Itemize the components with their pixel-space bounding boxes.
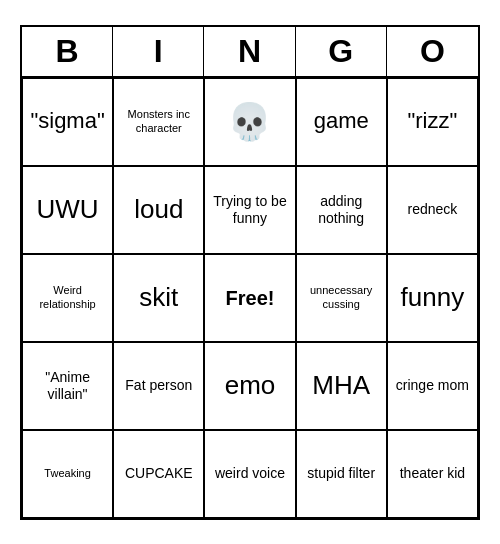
header-o: O (387, 27, 478, 76)
cell-4[interactable]: "rizz" (387, 78, 478, 166)
header-n: N (204, 27, 295, 76)
cell-1[interactable]: Monsters inc character (113, 78, 204, 166)
bingo-card: B I N G O "sigma" Monsters inc character… (20, 25, 480, 520)
cell-13[interactable]: unnecessary cussing (296, 254, 387, 342)
cell-8[interactable]: adding nothing (296, 166, 387, 254)
cell-24[interactable]: theater kid (387, 430, 478, 518)
cell-0[interactable]: "sigma" (22, 78, 113, 166)
bingo-grid: "sigma" Monsters inc character 💀 game "r… (22, 78, 478, 518)
cell-22[interactable]: weird voice (204, 430, 295, 518)
cell-2[interactable]: 💀 (204, 78, 295, 166)
header-i: I (113, 27, 204, 76)
cell-19[interactable]: cringe mom (387, 342, 478, 430)
header-b: B (22, 27, 113, 76)
cell-11[interactable]: skit (113, 254, 204, 342)
bingo-header: B I N G O (22, 27, 478, 78)
cell-7[interactable]: Trying to be funny (204, 166, 295, 254)
cell-16[interactable]: Fat person (113, 342, 204, 430)
cell-20[interactable]: Tweaking (22, 430, 113, 518)
cell-6[interactable]: loud (113, 166, 204, 254)
cell-14[interactable]: funny (387, 254, 478, 342)
cell-5[interactable]: UWU (22, 166, 113, 254)
cell-9[interactable]: redneck (387, 166, 478, 254)
cell-23[interactable]: stupid filter (296, 430, 387, 518)
cell-18[interactable]: MHA (296, 342, 387, 430)
cell-17[interactable]: emo (204, 342, 295, 430)
header-g: G (296, 27, 387, 76)
cell-3[interactable]: game (296, 78, 387, 166)
cell-15[interactable]: "Anime villain" (22, 342, 113, 430)
cell-21[interactable]: CUPCAKE (113, 430, 204, 518)
cell-10[interactable]: Weird relationship (22, 254, 113, 342)
cell-12-free[interactable]: Free! (204, 254, 295, 342)
